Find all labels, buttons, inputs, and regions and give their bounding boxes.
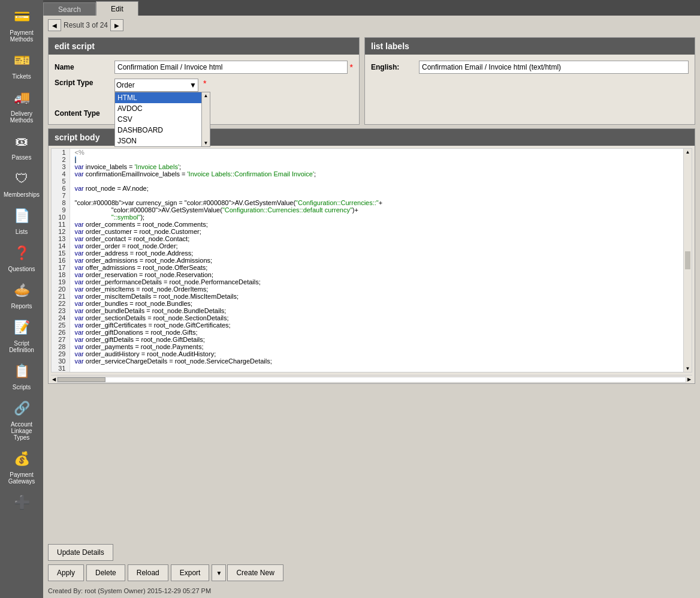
dropdown-item-csv[interactable]: CSV — [115, 114, 201, 125]
script-type-required-star: * — [203, 79, 206, 88]
line-number: 10 — [52, 214, 70, 221]
create-new-button[interactable]: Create New — [227, 564, 283, 581]
sidebar-item-questions[interactable]: ❓ Questions — [1, 239, 42, 276]
scroll-up-btn[interactable]: ▲ — [684, 149, 691, 155]
nav-prev-button[interactable]: ◀ — [48, 19, 61, 31]
line-number: 9 — [52, 206, 70, 214]
sidebar-item-label: Reports — [11, 303, 32, 309]
sidebar-item-label: Payment Gateways — [2, 471, 41, 485]
dropdown-item-html[interactable]: HTML — [115, 92, 201, 103]
sidebar-item-plus[interactable]: ➕ — [1, 488, 42, 519]
content-type-dropdown[interactable]: HTML AVDOC CSV DASHBOARD JSON ▲ — [114, 92, 210, 147]
line-code: "color:#00008b">var currency_sign = "col… — [70, 199, 452, 206]
table-row: 19var order_performanceDetails = root_no… — [52, 278, 692, 286]
table-row: 18var order_reservation = root_node.Rese… — [52, 271, 692, 278]
sidebar: 💳 Payment Methods 🎫 Tickets 🚚 Delivery M… — [0, 0, 43, 598]
table-row: 7 — [52, 192, 692, 199]
tab-search[interactable]: Search — [43, 2, 96, 16]
sidebar-item-label: Account Linkage Types — [2, 421, 41, 441]
h-scrollbar[interactable]: ◀ ▶ — [51, 375, 692, 383]
table-row: 15var order_address = root_node.Address; — [52, 250, 692, 257]
line-number: 31 — [52, 365, 70, 372]
scrollbar-up[interactable]: ▲ — [203, 93, 209, 98]
sidebar-item-script-definition[interactable]: 📝 Script Definition — [1, 313, 42, 357]
sidebar-item-tickets[interactable]: 🎫 Tickets — [1, 46, 42, 83]
table-row: 1<% — [52, 149, 692, 156]
line-number: 28 — [52, 343, 70, 350]
sidebar-item-lists[interactable]: 📄 Lists — [1, 202, 42, 239]
line-code: var order_order = root_node.Order; — [70, 242, 452, 250]
payment-gateways-icon: 💰 — [11, 448, 32, 470]
table-row: 27var order_giftDetails = root_node.Gift… — [52, 336, 692, 343]
apply-button[interactable]: Apply — [48, 564, 84, 581]
script-type-select[interactable]: Order ▼ — [114, 79, 198, 92]
sidebar-item-scripts[interactable]: 📋 Scripts — [1, 357, 42, 394]
sidebar-item-delivery-methods[interactable]: 🚚 Delivery Methods — [1, 83, 42, 127]
dropdown-item-avdoc[interactable]: AVDOC — [115, 103, 201, 114]
sidebar-item-label: Lists — [16, 229, 28, 235]
update-details-button[interactable]: Update Details — [48, 544, 113, 561]
tab-edit[interactable]: Edit — [96, 1, 138, 16]
reload-button[interactable]: Reload — [128, 564, 168, 581]
script-type-value: Order — [116, 81, 135, 89]
name-row: Name * — [55, 61, 353, 74]
table-row: 21var order_miscItemDetails = root_node.… — [52, 293, 692, 300]
sidebar-item-label: Script Definition — [2, 340, 41, 353]
sidebar-item-label: Delivery Methods — [2, 110, 41, 124]
line-code: var order_auditHistory = root_node.Audit… — [70, 350, 452, 357]
line-number: 15 — [52, 250, 70, 257]
table-row: 24var order_sectionDetails = root_node.S… — [52, 314, 692, 321]
line-code: var order_giftDetails = root_node.GiftDe… — [70, 336, 452, 343]
nav-row: ◀ Result 3 of 24 ▶ — [43, 16, 700, 35]
dropdown-item-dashboard[interactable]: DASHBOARD — [115, 125, 201, 136]
english-value-input[interactable] — [419, 61, 689, 74]
line-code: var order_reservation = root_node.Reserv… — [70, 271, 452, 278]
export-button[interactable]: Export — [171, 564, 210, 581]
edit-script-body: Name * Script Type Order ▼ — [49, 55, 359, 124]
table-row: 2| — [52, 156, 692, 163]
line-number: 1 — [52, 149, 70, 156]
sidebar-item-label: Memberships — [4, 191, 40, 198]
line-code: var order_serviceChargeDetails = root_no… — [70, 357, 452, 365]
scroll-thumb — [685, 251, 690, 269]
tab-bar: Search Edit — [43, 0, 700, 16]
scrollbar-down[interactable]: ▼ — [203, 140, 209, 146]
action-area: Update Details Apply Delete Reload Expor… — [43, 540, 700, 585]
sidebar-item-passes[interactable]: 🎟 Passes — [1, 127, 42, 164]
scroll-down-btn[interactable]: ▼ — [684, 366, 691, 371]
code-area[interactable]: 1<%2|3var invoice_labels = 'Invoice Labe… — [51, 148, 692, 372]
sidebar-item-account-linkage-types[interactable]: 🔗 Account Linkage Types — [1, 394, 42, 444]
scroll-left-btn[interactable]: ◀ — [51, 377, 57, 382]
table-row: 28var order_payments = root_node.Payment… — [52, 343, 692, 350]
script-type-wrapper: Order ▼ HTML AVDOC CSV — [114, 79, 198, 92]
sidebar-item-label: Payment Methods — [2, 29, 41, 43]
name-input[interactable] — [114, 61, 348, 74]
v-scrollbar[interactable]: ▲ ▼ — [683, 149, 692, 372]
line-number: 21 — [52, 293, 70, 300]
sidebar-item-reports[interactable]: 🥧 Reports — [1, 276, 42, 313]
sidebar-item-memberships[interactable]: 🛡 Memberships — [1, 164, 42, 202]
line-number: 19 — [52, 278, 70, 286]
table-row: 29var order_auditHistory = root_node.Aud… — [52, 350, 692, 357]
table-row: 17var offer_admissions = root_node.Offer… — [52, 264, 692, 271]
sidebar-item-payment-methods[interactable]: 💳 Payment Methods — [1, 2, 42, 46]
line-code: var confirmationEmailInvoice_labels = 'I… — [70, 170, 452, 178]
line-number: 25 — [52, 321, 70, 329]
table-row: 14var order_order = root_node.Order; — [52, 242, 692, 250]
more-actions-button[interactable]: ▼ — [212, 564, 226, 581]
line-code: var order_comments = root_node.Comments; — [70, 221, 452, 228]
scroll-right-btn[interactable]: ▶ — [686, 377, 692, 382]
result-count: Result 3 of 24 — [64, 21, 108, 29]
delete-button[interactable]: Delete — [86, 564, 125, 581]
questions-icon: ❓ — [11, 242, 32, 264]
h-scrollbar-track — [57, 377, 686, 383]
line-number: 14 — [52, 242, 70, 250]
dropdown-item-json[interactable]: JSON — [115, 136, 201, 146]
table-row: 20var order_miscItems = root_node.OrderI… — [52, 286, 692, 293]
line-code: var order_giftDonations = root_node.Gift… — [70, 329, 452, 336]
lists-icon: 📄 — [11, 205, 32, 227]
line-code: <% — [70, 149, 452, 156]
edit-script-panel: edit script Name * Script Type — [48, 37, 360, 125]
nav-next-button[interactable]: ▶ — [110, 19, 123, 31]
sidebar-item-payment-gateways[interactable]: 💰 Payment Gateways — [1, 444, 42, 488]
